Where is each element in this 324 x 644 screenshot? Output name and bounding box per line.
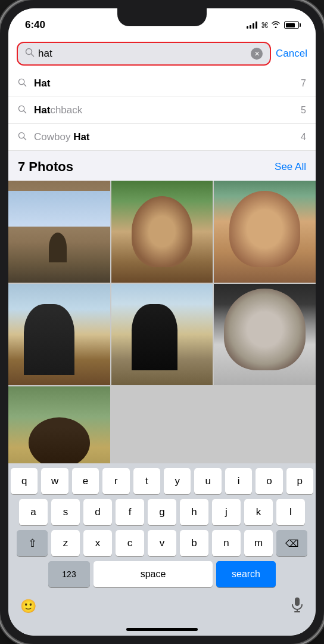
key-g[interactable]: g [148, 499, 176, 525]
search-key[interactable]: search [216, 561, 276, 587]
suggestions-list: Hat 7 Hatchback 5 [8, 70, 316, 151]
photos-section: 7 Photos See All [8, 151, 316, 488]
clear-button[interactable]: ✕ [251, 48, 263, 60]
space-key[interactable]: space [94, 561, 213, 587]
key-i[interactable]: i [225, 468, 252, 494]
key-w[interactable]: w [41, 468, 68, 494]
notch [117, 8, 207, 26]
key-p[interactable]: p [286, 468, 313, 494]
keyboard-row-3: ⇧ z x c v b n m ⌫ [11, 530, 313, 556]
photo-6[interactable] [214, 284, 316, 386]
search-suggestion-icon-2 [18, 105, 27, 116]
key-k[interactable]: k [244, 499, 273, 525]
key-t[interactable]: t [133, 468, 160, 494]
svg-line-3 [24, 84, 26, 86]
status-time: 6:40 [25, 19, 45, 31]
svg-line-1 [32, 54, 34, 57]
photo-1[interactable] [8, 181, 110, 283]
delete-key[interactable]: ⌫ [276, 530, 307, 556]
suggestion-text-hat: Hat [34, 78, 294, 89]
keyboard-row-2: a s d f g h j k l [11, 499, 313, 525]
see-all-button[interactable]: See All [275, 161, 306, 173]
svg-line-5 [24, 111, 26, 113]
key-z[interactable]: z [51, 530, 80, 556]
photos-grid [8, 181, 316, 488]
key-s[interactable]: s [51, 499, 80, 525]
keyboard-row-4: 123 space search [11, 561, 313, 587]
key-q[interactable]: q [11, 468, 38, 494]
phone-screen: 6:40 ⌘ [8, 8, 316, 636]
suggestion-count-hat: 7 [301, 78, 306, 89]
cancel-button[interactable]: Cancel [276, 48, 307, 60]
search-input[interactable]: hat [38, 48, 247, 60]
suggestion-text-hatchback: Hatchback [34, 104, 294, 116]
key-u[interactable]: u [194, 468, 221, 494]
search-bar-container: hat ✕ [17, 42, 271, 66]
search-area: hat ✕ Cancel [8, 37, 316, 70]
key-c[interactable]: c [116, 530, 144, 556]
svg-rect-8 [295, 597, 300, 606]
photo-2[interactable] [111, 181, 213, 283]
clear-icon: ✕ [254, 50, 260, 58]
numbers-key[interactable]: 123 [48, 561, 90, 587]
key-o[interactable]: o [256, 468, 282, 494]
suggestion-count-hatchback: 5 [301, 105, 306, 116]
search-bar[interactable]: hat ✕ [17, 42, 271, 66]
key-d[interactable]: d [83, 499, 112, 525]
key-h[interactable]: h [180, 499, 208, 525]
photo-4[interactable] [8, 284, 110, 386]
photos-header: 7 Photos See All [8, 151, 316, 181]
photo-3[interactable] [214, 181, 316, 283]
search-icon [25, 48, 35, 60]
suggestion-hatchback[interactable]: Hatchback 5 [8, 97, 316, 124]
suggestion-text-cowboy: Cowboy Hat [34, 131, 294, 143]
photos-title: 7 Photos [18, 159, 73, 175]
suggestion-cowboy-hat[interactable]: Cowboy Hat 4 [8, 124, 316, 151]
photo-5[interactable] [111, 284, 213, 386]
wifi-icon: ⌘ [261, 21, 281, 30]
status-icons: ⌘ [247, 21, 299, 30]
home-indicator [126, 628, 198, 631]
microphone-key[interactable] [287, 593, 307, 620]
key-a[interactable]: a [19, 499, 48, 525]
key-n[interactable]: n [212, 530, 241, 556]
suggestion-count-cowboy: 4 [301, 132, 306, 143]
shift-key[interactable]: ⇧ [17, 530, 48, 556]
suggestion-bold-hat3: Hat [73, 131, 89, 143]
signal-icon [247, 21, 257, 29]
svg-line-7 [24, 138, 26, 140]
key-l[interactable]: l [276, 499, 305, 525]
suggestion-hat[interactable]: Hat 7 [8, 70, 316, 97]
key-y[interactable]: y [164, 468, 191, 494]
search-suggestion-icon-1 [18, 78, 27, 89]
key-m[interactable]: m [244, 530, 273, 556]
key-j[interactable]: j [212, 499, 241, 525]
key-f[interactable]: f [116, 499, 144, 525]
suggestion-bold-hat: Hat [34, 78, 50, 89]
suggestion-bold-hat2: Hat [34, 104, 50, 116]
key-x[interactable]: x [83, 530, 112, 556]
keyboard-bottom-row: 🙂 [11, 592, 313, 623]
key-v[interactable]: v [148, 530, 176, 556]
battery-icon [284, 21, 299, 29]
suggestion-rest-hatchback: chback [50, 104, 82, 116]
key-e[interactable]: e [72, 468, 99, 494]
emoji-key[interactable]: 🙂 [17, 595, 40, 618]
phone-frame: 6:40 ⌘ [0, 0, 324, 644]
home-bar [11, 623, 313, 633]
keyboard: q w e r t y u i o p a s d f g h j k [8, 463, 316, 636]
key-r[interactable]: r [102, 468, 129, 494]
keyboard-row-1: q w e r t y u i o p [11, 468, 313, 494]
key-b[interactable]: b [180, 530, 208, 556]
suggestion-rest-cowboy: Cowboy [34, 131, 73, 143]
search-suggestion-icon-3 [18, 132, 27, 143]
